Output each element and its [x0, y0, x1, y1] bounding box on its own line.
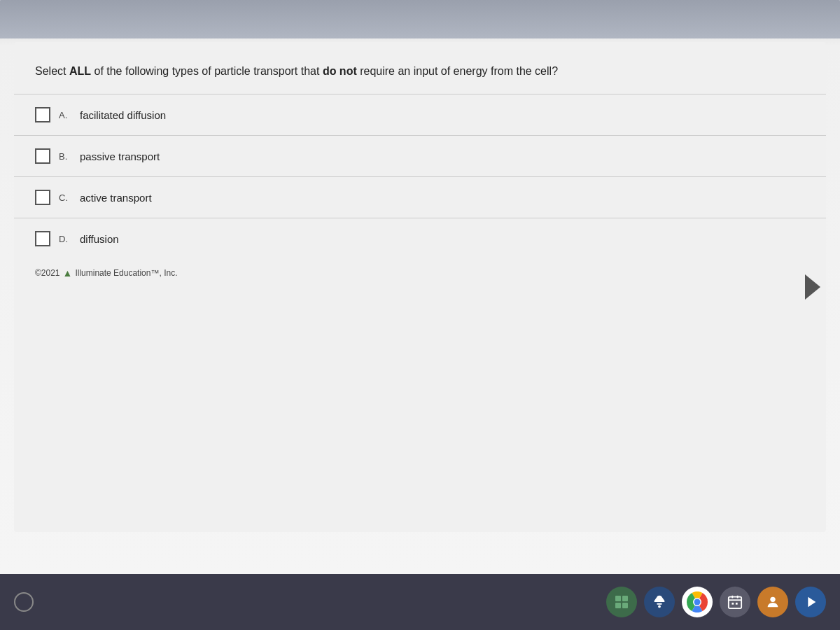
- svg-rect-2: [615, 603, 621, 608]
- question-suffix: require an input of energy from the cell…: [357, 65, 558, 77]
- checkbox-a[interactable]: [35, 107, 50, 122]
- screen-top-bar: [0, 0, 840, 38]
- option-a-text: facilitated diffusion: [80, 109, 166, 121]
- checkbox-d[interactable]: [35, 231, 50, 246]
- copyright-year: ©2021: [35, 268, 60, 278]
- question-bold-all: ALL: [69, 65, 91, 77]
- question-prefix: Select: [35, 65, 69, 77]
- svg-rect-4: [657, 603, 662, 605]
- green-app-icon[interactable]: [606, 587, 637, 617]
- option-c[interactable]: C. active transport: [14, 176, 826, 218]
- question-bold-donot: do not: [323, 65, 357, 77]
- option-d-letter: D.: [59, 234, 73, 244]
- question-middle: of the following types of particle trans…: [91, 65, 323, 77]
- option-b-letter: B.: [59, 151, 73, 162]
- taskbar: [0, 574, 840, 630]
- question-text: Select ALL of the following types of par…: [14, 42, 826, 94]
- svg-rect-0: [615, 596, 621, 601]
- option-a-letter: A.: [59, 110, 73, 120]
- option-c-text: active transport: [80, 192, 152, 204]
- taskbar-icons: [606, 587, 826, 617]
- option-b[interactable]: B. passive transport: [14, 135, 826, 176]
- checkbox-b[interactable]: [35, 148, 50, 164]
- svg-point-15: [770, 597, 775, 602]
- option-d[interactable]: D. diffusion: [14, 218, 826, 259]
- home-button[interactable]: [14, 592, 34, 612]
- option-b-text: passive transport: [80, 150, 160, 162]
- option-a[interactable]: A. facilitated diffusion: [14, 94, 826, 135]
- svg-rect-3: [622, 603, 628, 608]
- copyright-company: Illuminate Education™, Inc.: [75, 268, 177, 278]
- svg-point-8: [694, 599, 701, 606]
- option-c-letter: C.: [59, 192, 73, 203]
- svg-rect-13: [732, 603, 734, 605]
- chrome-icon[interactable]: [682, 587, 713, 617]
- copyright-bar: ©2021 ▲ Illuminate Education™, Inc.: [14, 259, 826, 287]
- content-area: Select ALL of the following types of par…: [14, 42, 826, 532]
- calendar-icon[interactable]: [720, 587, 750, 617]
- svg-point-5: [658, 606, 661, 608]
- screen: Select ALL of the following types of par…: [0, 0, 840, 574]
- media-icon[interactable]: [795, 587, 826, 617]
- option-d-text: diffusion: [80, 233, 119, 245]
- scroll-right-arrow[interactable]: [805, 274, 820, 300]
- svg-marker-16: [808, 597, 816, 608]
- svg-rect-9: [729, 597, 741, 609]
- notification-icon[interactable]: [644, 587, 675, 617]
- settings-icon[interactable]: [757, 587, 788, 617]
- svg-rect-14: [736, 603, 738, 605]
- leaf-icon: ▲: [63, 267, 73, 279]
- svg-rect-1: [622, 596, 628, 601]
- checkbox-c[interactable]: [35, 190, 50, 205]
- taskbar-left: [14, 592, 34, 612]
